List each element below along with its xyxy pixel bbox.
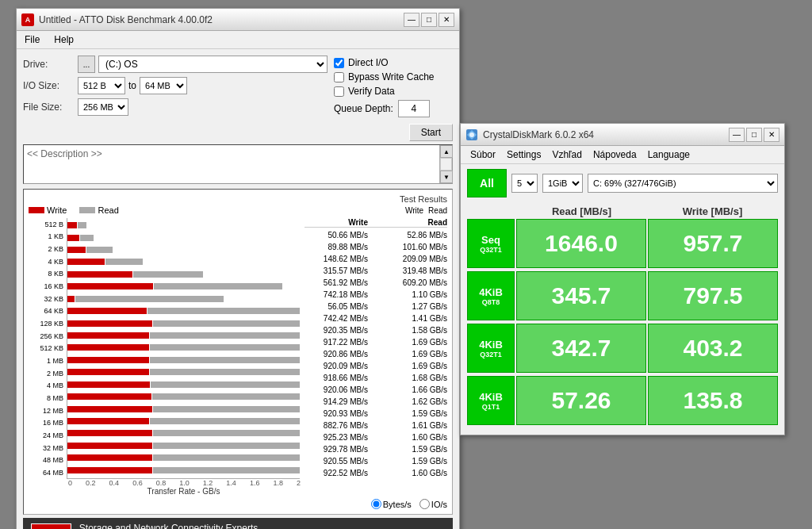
atto-test-results-label: Test Results [29,194,447,204]
atto-chart-body: 512 B 1 KB 2 KB 4 KB 8 KB 16 KB 32 KB 64… [29,218,447,479]
bar-row-64kb [67,305,300,316]
data-read-18: 1.59 GB/s [384,443,447,455]
cdm-write-header: Write [MB/s] [647,205,778,217]
bar-write-64mb [67,467,152,473]
cdm-row-label-3: 4KiB Q1T1 [467,376,515,425]
bar-write-12mb [67,406,152,412]
cdm-row-sub-0: Q32T1 [480,246,502,254]
atto-verify-data-checkbox[interactable] [334,86,344,97]
atto-title-left: A Untitled - ATTO Disk Benchmark 4.00.0f… [21,13,213,26]
atto-bytes-radio[interactable] [371,499,381,509]
atto-write-legend-label: Write [47,205,67,215]
atto-queue-label: Queue Depth: [334,103,393,114]
data-read-19: 1.59 GB/s [384,455,447,467]
atto-verify-data-row: Verify Data [334,86,453,97]
cdm-title: CrystalDiskMark 6.0.2 x64 [483,129,594,140]
data-write-15: 920.93 MB/s [304,408,368,420]
cdm-results-header: Read [MB/s] Write [MB/s] [516,205,778,217]
atto-start-button[interactable]: Start [409,124,453,141]
atto-queue-input[interactable] [398,100,430,117]
bar-row-12mb [67,404,300,415]
cdm-menu-napoveda[interactable]: Nápoveda [590,148,640,161]
atto-drive-label: Drive: [23,59,75,70]
atto-ios-radio[interactable] [419,499,430,509]
data-row-16: 882.76 MB/s1.61 GB/s [304,420,447,431]
atto-direct-io-checkbox[interactable] [334,58,344,68]
atto-minimize-button[interactable]: — [404,13,419,27]
x-label-2: 2 [297,479,301,487]
cdm-read-value-0: 1646.0 [516,219,646,268]
atto-scroll-down[interactable]: ▼ [440,171,453,183]
y-label-48mb: 48 MB [29,456,63,464]
bar-read-4kb [105,259,143,265]
atto-scroll-up[interactable]: ▲ [440,145,453,158]
y-label-4mb: 4 MB [29,381,63,389]
data-row-3: 315.57 MB/s319.48 MB/s [304,265,447,277]
data-row-12: 918.66 MB/s1.68 GB/s [304,372,447,384]
atto-io-from-select[interactable]: 512 B [78,77,125,94]
atto-ios-radio-label: IO/s [419,499,447,509]
cdm-close-button[interactable]: ✕ [764,128,779,142]
y-label-8kb: 8 KB [29,270,63,278]
atto-data-read-header: Read [428,206,447,215]
cdm-title-bar: CrystalDiskMark 6.0.2 x64 — □ ✕ [461,124,784,146]
atto-close-button[interactable]: ✕ [439,13,454,27]
atto-maximize-button[interactable]: □ [421,13,437,27]
atto-queue-row: Queue Depth: [334,100,453,117]
atto-io-to-select[interactable]: 64 MB [140,77,187,94]
cdm-size-select[interactable]: 1GiB [542,174,583,193]
cdm-all-button[interactable]: All [467,169,507,197]
bar-row-4kb [67,256,300,267]
atto-desc-scrollbar[interactable]: ▲ ▼ [439,145,452,183]
bar-write-1kb [67,235,79,241]
cdm-read-value-2: 342.7 [516,324,646,373]
data-read-20: 1.60 GB/s [384,467,447,479]
cdm-menu-language[interactable]: Language [645,148,693,161]
bar-read-256kb [150,332,300,339]
atto-data-write-col-header: Write [304,218,368,227]
atto-data-table: Write Read 50.66 MB/s52.86 MB/s 89.88 MB… [304,218,447,479]
cdm-count-select[interactable]: 5 [511,174,538,193]
data-row-10: 920.86 MB/s1.69 GB/s [304,348,447,360]
cdm-row-3: 4KiB Q1T1 57.26 135.8 [467,376,778,425]
atto-filesize-select[interactable]: 256 MB [78,98,128,116]
atto-drive-select[interactable]: (C:) OS [98,56,327,73]
cdm-row-label-2: 4KiB Q32T1 [467,324,515,373]
bar-write-4mb [67,381,150,388]
atto-menu-help[interactable]: Help [51,33,77,47]
data-write-17: 925.23 MB/s [304,431,368,443]
cdm-menu-vzhled[interactable]: Vzhľad [549,148,585,161]
y-label-16mb: 16 MB [29,419,63,427]
atto-write-legend-color [29,207,44,213]
data-row-1: 89.88 MB/s101.60 MB/s [304,241,447,253]
atto-description-text[interactable]: << Description >> [24,145,439,183]
data-read-5: 1.10 GB/s [384,289,447,301]
y-label-1kb: 1 KB [29,232,63,240]
data-row-5: 742.18 MB/s1.10 GB/s [304,289,447,301]
data-row-2: 148.62 MB/s209.09 MB/s [304,253,447,265]
data-row-11: 920.09 MB/s1.69 GB/s [304,360,447,372]
atto-bypass-write-checkbox[interactable] [334,72,344,82]
atto-menu-file[interactable]: File [21,33,43,47]
bar-row-1kb [67,232,300,243]
bar-write-1mb [67,357,149,363]
atto-data-write-header: Write [405,206,423,215]
cdm-maximize-button[interactable]: □ [746,128,762,142]
data-row-6: 56.05 MB/s1.27 GB/s [304,301,447,312]
cdm-menu-settings[interactable]: Settings [504,148,544,161]
cdm-controls-row: All 5 1GiB C: 69% (327/476GiB) [461,164,784,202]
bar-row-512b [67,220,300,231]
data-row-18: 929.78 MB/s1.59 GB/s [304,443,447,455]
atto-x-axis-labels: 0 0.2 0.4 0.6 0.8 1.0 1.2 1.4 1.6 1.8 2 [67,479,447,487]
cdm-menu-subor[interactable]: Súbor [467,148,499,161]
atto-transfer-label: Transfer Rate - GB/s [67,487,447,496]
x-label-16: 1.6 [250,479,260,487]
atto-drive-browse-button[interactable]: ... [78,56,95,73]
cdm-drive-select[interactable]: C: 69% (327/476GiB) [588,174,778,193]
cdm-row-main-1: 4KiB [479,286,503,298]
cdm-minimize-button[interactable]: — [729,128,745,142]
cdm-row-label-1: 4KiB Q8T8 [467,271,515,320]
bar-row-48mb [67,452,300,463]
bar-write-32kb [67,296,75,302]
bar-row-32mb [67,440,300,451]
